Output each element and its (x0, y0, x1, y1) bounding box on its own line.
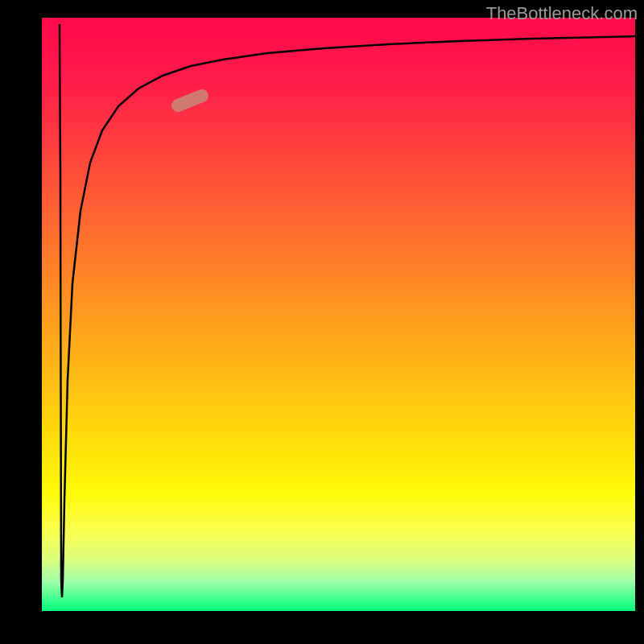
bottleneck-curve-line (60, 24, 635, 597)
highlight-marker (170, 88, 210, 114)
watermark-text: TheBottleneck.com (486, 3, 638, 24)
bottleneck-chart (42, 18, 635, 611)
